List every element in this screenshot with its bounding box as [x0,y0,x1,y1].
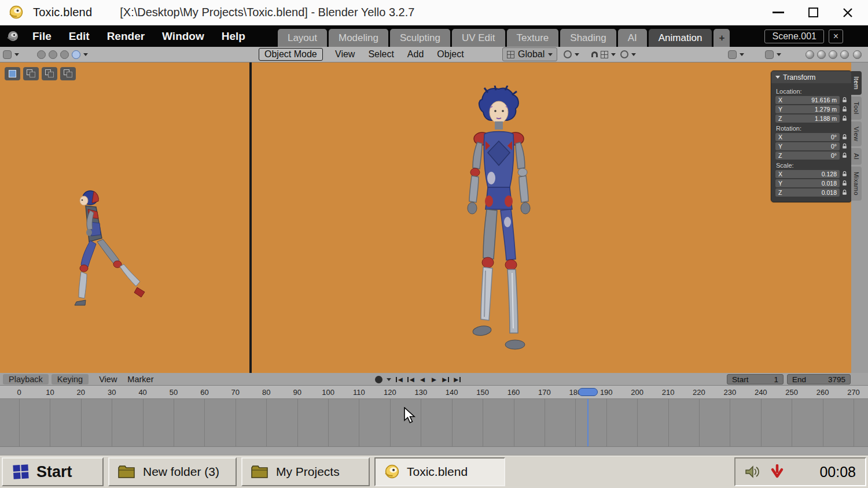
side-tab-tool[interactable]: Tool [851,97,862,120]
rotation-y-field[interactable]: Y0° [775,142,840,150]
workspace-tab-shading[interactable]: Shading [560,29,616,47]
editor-type-caret-icon[interactable] [14,53,19,56]
lock-icon[interactable] [842,106,847,112]
lock-icon[interactable] [842,171,847,177]
show-overlays-icon[interactable] [765,50,774,59]
transform-orientation-dropdown[interactable]: Global [502,47,557,61]
download-manager-icon[interactable] [770,464,784,479]
side-tab-view[interactable]: View [851,121,862,146]
menu-window[interactable]: Window [162,30,204,43]
pivot-point-icon[interactable] [601,51,608,58]
scene-unlink-button[interactable]: × [829,29,843,43]
view-layout-icon-1[interactable] [23,67,39,80]
location-z-field[interactable]: Z1.188 m [775,114,840,123]
close-button[interactable] [838,3,858,23]
viewport-menu-object[interactable]: Object [437,49,464,60]
previous-keyframe-button[interactable]: ◀ [406,375,416,385]
side-tab-item[interactable]: Item [851,71,862,95]
scale-y-field[interactable]: Y0.018 [775,179,840,187]
shading-dropdown-icon[interactable] [853,50,862,59]
menu-render[interactable]: Render [107,30,145,43]
overlays-caret-icon[interactable] [777,53,781,56]
menu-file[interactable]: File [32,30,52,43]
play-reverse-button[interactable]: ◀ [417,375,428,385]
workspace-tab-layout[interactable]: Layout [278,29,327,47]
viewport-menu-view[interactable]: View [335,49,355,60]
menu-edit[interactable]: Edit [69,30,90,43]
view-layout-icon-3[interactable] [60,67,76,80]
menu-help[interactable]: Help [222,30,245,43]
workspace-tab-uv-edit[interactable]: UV Edit [452,29,505,47]
playhead-pill[interactable] [578,388,598,396]
snap-caret-icon[interactable] [575,53,579,56]
location-y-field[interactable]: Y1.279 m [775,105,840,113]
lock-icon[interactable] [842,97,847,103]
snapping-magnet-icon[interactable] [591,51,598,57]
viewport-left[interactable] [0,62,249,373]
timeline-ruler[interactable]: 0102030405060708090100110120130140150160… [0,386,868,399]
side-tab-ai[interactable]: AI [851,148,862,165]
gizmo-caret-icon[interactable] [740,53,744,56]
play-button[interactable]: ▶ [429,375,439,385]
view-layout-icon-2[interactable] [42,67,57,80]
rotation-z-field[interactable]: Z0° [775,151,840,160]
workspace-tab-animation[interactable]: Animation [649,29,712,47]
scale-x-field[interactable]: X0.128 [775,170,840,178]
scene-selector[interactable]: Scene.001 [764,29,824,43]
timeline-menu-playback[interactable]: Playback [3,374,49,385]
auto-keying-caret-icon[interactable] [385,375,393,384]
active-view-icon[interactable] [5,67,20,80]
mode-caret-icon[interactable] [83,53,88,56]
lock-icon[interactable] [842,134,847,140]
workspace-tab-texture[interactable]: Texture [507,29,559,47]
next-keyframe-button[interactable]: ▶ [440,375,451,385]
taskbar-item-new-folder[interactable]: New folder (3) [108,457,237,486]
workspace-tab-sculpting[interactable]: Sculpting [390,29,450,47]
timeline-tracks[interactable] [0,399,868,446]
rotation-x-field[interactable]: X0° [775,133,840,141]
timeline-menu-keying[interactable]: Keying [52,374,89,385]
viewport-menu-add[interactable]: Add [407,49,424,60]
object-mode-dropdown[interactable]: Object Mode [259,48,323,61]
mode-icon-1[interactable] [37,50,46,59]
mode-icon-3[interactable] [60,50,69,59]
show-gizmo-icon[interactable] [728,50,737,59]
character-model-side-view[interactable] [65,188,146,324]
snap-target-icon[interactable] [564,50,572,58]
side-tab-mixamo[interactable]: Mixamo [851,167,862,201]
frame-start-field[interactable]: Start 1 [727,374,784,385]
editor-type-icon[interactable] [3,50,12,59]
shading-wireframe-icon[interactable] [806,50,814,59]
taskbar-item-toxic-blend[interactable]: Toxic.blend [374,457,505,486]
taskbar-item-my-projects[interactable]: My Projects [241,457,370,486]
mode-icon-active[interactable] [72,50,80,59]
minimize-button[interactable] [768,3,788,23]
shading-solid-icon[interactable] [817,50,826,59]
frame-end-field[interactable]: End 3795 [787,374,851,385]
proportional-edit-icon[interactable] [620,50,628,58]
lock-icon[interactable] [842,153,847,158]
shading-material-icon[interactable] [829,50,837,59]
workspace-tab-modeling[interactable]: Modeling [329,29,388,47]
lock-icon[interactable] [842,143,847,149]
add-workspace-button[interactable]: + [713,29,730,47]
viewport-right[interactable]: Transform Location: X91.616 m Y1.279 m Z… [252,62,851,373]
lock-icon[interactable] [842,116,847,121]
jump-to-end-button[interactable]: ▶ [452,375,462,385]
maximize-button[interactable] [803,3,823,23]
timeline-menu-view[interactable]: View [99,375,117,384]
lock-icon[interactable] [842,180,847,186]
pivot-caret-icon[interactable] [611,53,616,56]
transform-panel-header[interactable]: Transform [771,71,851,83]
mode-icon-2[interactable] [49,50,57,59]
lock-icon[interactable] [842,190,847,195]
timeline-menu-marker[interactable]: Marker [127,375,153,384]
jump-to-start-button[interactable]: ◀ [394,375,404,385]
playhead-line[interactable] [587,399,589,446]
scale-z-field[interactable]: Z0.018 [775,188,840,197]
blender-app-icon[interactable] [6,29,20,43]
workspace-tab-ai[interactable]: AI [618,29,647,47]
auto-keying-record-icon[interactable] [375,376,382,383]
volume-icon[interactable] [745,464,761,479]
location-x-field[interactable]: X91.616 m [775,96,840,104]
